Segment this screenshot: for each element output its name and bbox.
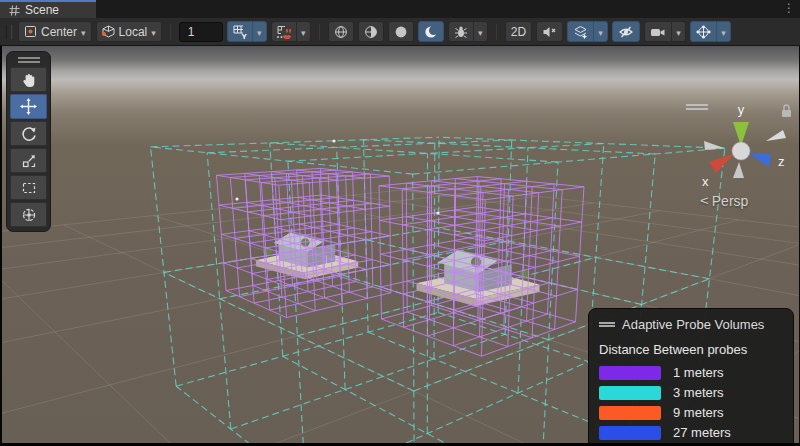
legend-item-label: 1 meters xyxy=(673,365,724,380)
unity-scene-window: Scene Center Local xyxy=(0,0,800,446)
apv-legend-panel: Adaptive Probe Volumes Distance Between … xyxy=(588,308,794,446)
lock-icon xyxy=(782,105,791,117)
rotate-tool-button[interactable] xyxy=(10,121,47,146)
scale-tool-button[interactable] xyxy=(10,148,47,173)
scene-visibility-button[interactable] xyxy=(612,21,640,42)
move-tool-button[interactable] xyxy=(10,94,47,119)
eye-slash-icon xyxy=(618,25,634,39)
effects-button[interactable] xyxy=(567,21,593,42)
chevron-left-icon xyxy=(700,192,709,209)
cube-icon xyxy=(102,25,115,38)
scale-icon xyxy=(21,153,37,169)
camera-settings-dropdown[interactable] xyxy=(671,21,686,42)
legend-item: 3 meters xyxy=(599,385,783,400)
solid-circle-icon xyxy=(394,25,408,39)
pivot-mode-label: Center xyxy=(41,25,77,39)
toolbar-drag-handle[interactable] xyxy=(6,25,12,39)
legend-item-label: 9 meters xyxy=(673,405,724,420)
tab-scene[interactable]: Scene xyxy=(0,0,96,18)
2d-label: 2D xyxy=(511,25,526,39)
snap-settings-button[interactable] xyxy=(271,21,296,42)
toolbar-separator xyxy=(496,24,497,40)
gizmo-drag-handle[interactable] xyxy=(686,104,708,110)
wire-sphere-icon xyxy=(334,25,348,39)
moon-icon xyxy=(424,25,438,39)
hand-icon xyxy=(21,72,37,88)
legend-rows: 1 meters3 meters9 meters27 meters xyxy=(599,365,783,440)
svg-text:Y: Y xyxy=(241,31,247,39)
legend-item: 27 meters xyxy=(599,425,783,440)
legend-swatch xyxy=(599,366,661,380)
legend-swatch xyxy=(599,406,661,420)
grid-y-icon: Y xyxy=(233,25,247,39)
grid-increment-field[interactable] xyxy=(179,22,223,42)
legend-subtitle: Distance Between probes xyxy=(599,342,783,357)
projection-toggle[interactable]: Persp xyxy=(700,192,748,209)
gizmo-hub xyxy=(732,142,750,160)
move-icon xyxy=(20,98,37,115)
orientation-label: Local xyxy=(119,25,148,39)
tools-overlay xyxy=(6,51,51,232)
axis-z-label: z xyxy=(778,154,785,169)
chevron-down-icon xyxy=(721,25,726,39)
audio-mute-button[interactable] xyxy=(536,21,563,42)
tab-overflow-menu-icon[interactable] xyxy=(783,1,794,15)
grid-visibility-button[interactable]: Y xyxy=(227,21,252,42)
legend-item: 9 meters xyxy=(599,405,783,420)
chevron-down-icon xyxy=(676,25,681,39)
legend-drag-handle[interactable] xyxy=(599,322,615,327)
axis-x-label: x xyxy=(702,174,709,189)
gizmos-button[interactable] xyxy=(690,21,716,42)
axis-neg-x-cone xyxy=(766,130,786,141)
legend-swatch xyxy=(599,386,661,400)
effects-dropdown[interactable] xyxy=(593,21,608,42)
pivot-icon xyxy=(24,25,37,38)
half-sphere-icon xyxy=(364,25,378,39)
scene-viewport[interactable]: y x z Persp xyxy=(0,46,800,446)
projection-label: Persp xyxy=(712,193,749,209)
snap-settings-dropdown[interactable] xyxy=(296,21,311,42)
legend-item-label: 27 meters xyxy=(673,425,731,440)
legend-swatch xyxy=(599,426,661,440)
scene-toolbar: Center Local Y xyxy=(0,18,800,46)
grid-visibility-dropdown[interactable] xyxy=(252,21,267,42)
moon-button[interactable] xyxy=(418,21,444,42)
snap-magnet-icon xyxy=(277,25,291,39)
2d-view-button[interactable]: 2D xyxy=(505,21,532,42)
tools-drag-handle[interactable] xyxy=(18,57,40,63)
legend-item: 1 meters xyxy=(599,365,783,380)
rotate-icon xyxy=(21,126,37,142)
chevron-down-icon xyxy=(257,25,262,39)
grid-tab-icon xyxy=(9,5,20,16)
transform-icon xyxy=(21,207,37,223)
debug-bug-button[interactable] xyxy=(448,21,473,42)
orientation-gizmo[interactable]: y x z Persp xyxy=(670,96,798,216)
rect-tool-button[interactable] xyxy=(10,175,47,200)
wire-sphere-button[interactable] xyxy=(328,21,354,42)
chevron-down-icon xyxy=(81,25,86,39)
axis-y-label: y xyxy=(738,102,745,117)
axis-neg-y-cone xyxy=(733,162,744,178)
hand-tool-button[interactable] xyxy=(10,67,47,92)
tab-bar: Scene xyxy=(0,0,800,18)
gizmos-dropdown[interactable] xyxy=(716,21,731,42)
gizmos-sphere-icon xyxy=(696,25,711,39)
camera-settings-button[interactable] xyxy=(644,21,671,42)
pivot-mode-dropdown[interactable]: Center xyxy=(18,21,92,42)
axis-x-cone xyxy=(709,154,734,173)
orientation-dropdown[interactable]: Local xyxy=(96,21,162,42)
half-sphere-button[interactable] xyxy=(358,21,384,42)
toolbar-separator xyxy=(319,24,320,40)
rect-icon xyxy=(21,180,37,196)
transform-tool-button[interactable] xyxy=(10,202,47,227)
bug-icon xyxy=(454,25,468,39)
camera-icon xyxy=(650,25,666,39)
toolbar-separator xyxy=(170,24,171,40)
axis-gizmo-icon[interactable]: y x z xyxy=(670,96,798,196)
axis-neg-z-cone xyxy=(704,141,724,150)
tab-scene-label: Scene xyxy=(25,3,59,17)
chevron-down-icon xyxy=(478,25,483,39)
solid-sphere-button[interactable] xyxy=(388,21,414,42)
audio-muted-icon xyxy=(542,25,557,39)
debug-bug-dropdown[interactable] xyxy=(473,21,488,42)
